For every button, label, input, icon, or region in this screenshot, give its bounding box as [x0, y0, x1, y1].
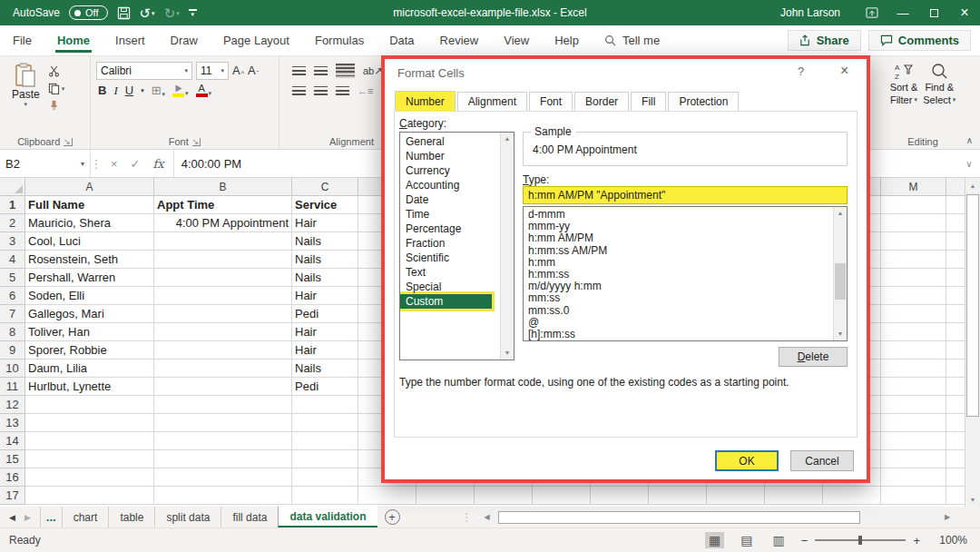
copy-dropdown-icon[interactable]: ▾	[62, 85, 65, 93]
cell[interactable]	[881, 487, 946, 505]
row-header[interactable]: 16	[0, 468, 25, 487]
category-custom[interactable]: Custom	[400, 294, 492, 309]
cell[interactable]	[881, 232, 946, 251]
collapse-ribbon-icon[interactable]: ∧	[966, 135, 973, 145]
row-header[interactable]: 13	[0, 414, 25, 432]
category-special[interactable]: Special	[400, 280, 500, 294]
type-option[interactable]: m/d/yyyy h:mm	[524, 281, 833, 292]
row-header[interactable]: 3	[0, 232, 25, 251]
type-option[interactable]: h:mm:ss AM/PM	[524, 245, 833, 257]
format-painter-button[interactable]	[48, 100, 65, 112]
tab-draw[interactable]: Draw	[158, 25, 211, 55]
cell-a5[interactable]: Pershall, Warren	[25, 269, 154, 287]
find-select-button[interactable]: Find & Select▾	[923, 62, 956, 107]
type-scroll-thumb[interactable]	[835, 263, 846, 300]
type-option[interactable]: [h]:mm:ss	[524, 329, 833, 340]
cell[interactable]	[292, 468, 358, 487]
font-color-button[interactable]: A ▾	[196, 84, 212, 97]
ok-button[interactable]: OK	[715, 450, 779, 471]
cell-c8[interactable]: Hair	[292, 323, 358, 341]
type-option[interactable]: mm:ss	[524, 292, 833, 304]
scroll-down-icon[interactable]: ▼	[965, 492, 980, 507]
tab-file[interactable]: File	[0, 25, 44, 55]
cell[interactable]	[946, 196, 965, 214]
increase-font-size-button[interactable]: A^	[232, 64, 244, 77]
bold-button[interactable]: B	[98, 84, 106, 97]
cell-c9[interactable]: Hair	[292, 341, 358, 360]
dialog-help-icon[interactable]: ?	[798, 64, 804, 78]
undo-icon[interactable]: ↺▾	[140, 6, 155, 20]
category-text[interactable]: Text	[400, 265, 500, 280]
confirm-entry-icon[interactable]: ✓	[131, 157, 141, 171]
cell-c2[interactable]: Hair	[292, 214, 358, 232]
cell[interactable]	[881, 414, 946, 432]
cell[interactable]	[25, 450, 154, 468]
cell[interactable]	[154, 468, 292, 487]
new-sheet-button[interactable]: +	[385, 509, 400, 525]
row-header[interactable]: 14	[0, 432, 25, 450]
row-header[interactable]: 12	[0, 396, 25, 414]
cancel-entry-icon[interactable]: ×	[111, 157, 118, 171]
cell[interactable]	[881, 269, 946, 287]
tab-review[interactable]: Review	[427, 25, 492, 55]
bottom-align-button[interactable]	[336, 64, 355, 78]
cell-b1[interactable]: Appt Time	[154, 196, 292, 214]
cell[interactable]	[25, 432, 154, 450]
tab-scrollbar-splitter[interactable]: ⋮	[462, 507, 473, 527]
cell-a1[interactable]: Full Name	[25, 196, 154, 214]
dialog-tab-border[interactable]: Border	[574, 92, 629, 113]
italic-button[interactable]: I	[113, 84, 117, 97]
scroll-up-icon[interactable]: ▲	[834, 207, 847, 220]
cell-c10[interactable]: Nails	[292, 360, 358, 378]
cell-range[interactable]	[358, 487, 881, 505]
underline-dropdown-icon[interactable]: ▾	[141, 87, 144, 94]
cell[interactable]	[946, 269, 965, 287]
zoom-in-icon[interactable]: +	[913, 534, 920, 547]
cell[interactable]	[881, 341, 946, 360]
clipboard-dialog-launcher-icon[interactable]: ↘	[64, 138, 73, 146]
scroll-up-icon[interactable]: ▲	[965, 178, 980, 192]
cell-c5[interactable]: Nails	[292, 269, 358, 287]
copy-button[interactable]: ▾	[48, 83, 65, 94]
previous-sheet-icon[interactable]: ◀	[9, 513, 15, 522]
row-header[interactable]: 15	[0, 450, 25, 468]
cell-b9[interactable]	[154, 341, 292, 360]
row-header[interactable]: 17	[0, 487, 25, 505]
cell-c6[interactable]: Hair	[292, 287, 358, 305]
font-family-select[interactable]: Calibri▾	[96, 62, 192, 80]
underline-button[interactable]: U	[125, 84, 133, 97]
cell-a11[interactable]: Hurlbut, Lynette	[25, 378, 154, 396]
tell-me-search[interactable]: Tell me	[604, 34, 660, 47]
sort-filter-button[interactable]: A Z Sort & Filter▾	[890, 62, 918, 107]
font-size-select[interactable]: 11▾	[196, 62, 229, 80]
type-scrollbar[interactable]: ▲ ▼	[833, 207, 847, 340]
cell[interactable]	[946, 396, 965, 414]
cell[interactable]	[881, 214, 946, 232]
insert-function-icon[interactable]: fx	[153, 157, 164, 171]
row-header[interactable]: 4	[0, 251, 25, 269]
name-box[interactable]: B2 ▾	[0, 150, 91, 177]
row-header[interactable]: 6	[0, 287, 25, 305]
font-dialog-launcher-icon[interactable]: ↘	[192, 138, 201, 146]
column-header-b[interactable]: B	[154, 178, 292, 196]
comments-button[interactable]: Comments	[868, 30, 971, 51]
cell-c7[interactable]: Pedi	[292, 305, 358, 323]
zoom-out-icon[interactable]: −	[801, 534, 808, 547]
cell[interactable]	[946, 214, 965, 232]
cell[interactable]	[154, 414, 292, 432]
type-option[interactable]: d-mmm	[524, 209, 833, 221]
column-header-a[interactable]: A	[25, 178, 154, 196]
decrease-font-size-button[interactable]: Aˇ	[248, 64, 259, 77]
share-button[interactable]: Share	[788, 30, 861, 51]
row-header[interactable]: 2	[0, 214, 25, 232]
middle-align-button[interactable]	[314, 66, 328, 75]
cell[interactable]	[946, 450, 965, 468]
vertical-scrollbar[interactable]: ▲ ▼	[965, 178, 980, 507]
cell[interactable]	[292, 450, 358, 468]
row-header[interactable]: 10	[0, 360, 25, 378]
undo-dropdown-icon[interactable]: ▾	[152, 10, 155, 16]
category-fraction[interactable]: Fraction	[400, 236, 500, 251]
top-align-button[interactable]	[292, 66, 306, 75]
decrease-indent-button[interactable]: ←≡	[358, 85, 373, 96]
fill-color-button[interactable]: ▾	[172, 84, 189, 97]
